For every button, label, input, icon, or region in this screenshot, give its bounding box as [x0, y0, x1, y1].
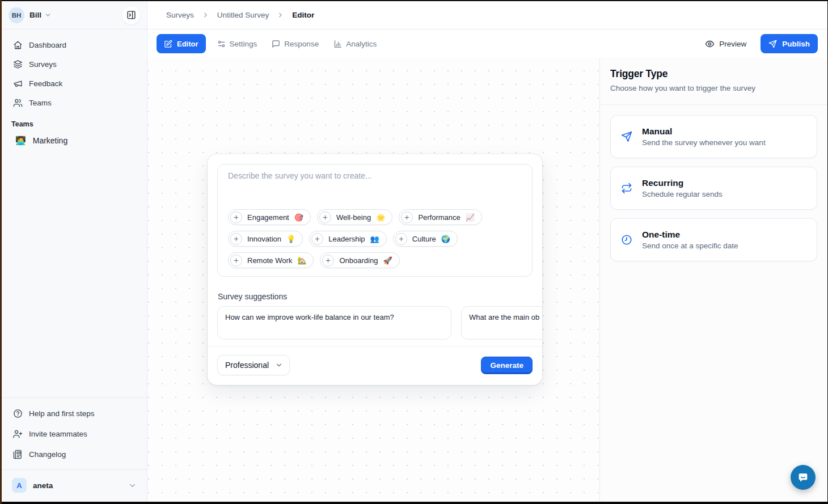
plus-icon [395, 233, 407, 245]
tone-selected-value: Professional [225, 361, 269, 370]
trigger-title: Recurring [642, 178, 723, 188]
megaphone-icon [13, 79, 23, 88]
chevron-right-icon [277, 11, 284, 19]
workspace-switcher[interactable]: BH Bill [2, 1, 147, 29]
account-name: aneta [33, 481, 53, 490]
workspace-avatar: BH [9, 7, 24, 23]
screenshot-frame: BH Bill Dashboard Surveys Feedback [0, 0, 828, 504]
trigger-description: Send the survey whenever you want [642, 138, 766, 147]
topic-chip-innovation[interactable]: Innovation💡 [228, 231, 303, 247]
preview-label: Preview [719, 40, 746, 48]
sidebar-item-surveys[interactable]: Surveys [9, 54, 140, 74]
topic-chip-onboarding[interactable]: Onboarding🚀 [320, 252, 399, 268]
chevron-down-icon [44, 11, 52, 19]
plus-icon [401, 211, 413, 223]
suggestion-card[interactable]: How can we improve work-life balance in … [217, 306, 451, 340]
tab-editor[interactable]: Editor [157, 34, 206, 53]
topic-chip-performance[interactable]: Performance📈 [399, 209, 482, 225]
chevron-down-icon [275, 361, 283, 369]
topic-chip-leadership[interactable]: Leadership👥 [309, 231, 387, 247]
topic-chip-well-being[interactable]: Well-being🌟 [317, 209, 392, 225]
suggestion-card[interactable]: What are the main ob [461, 306, 542, 340]
sidebar-item-label: Invite teammates [29, 430, 87, 438]
preview-button[interactable]: Preview [705, 39, 746, 49]
panel-title: Trigger Type [610, 68, 817, 80]
sidebar-item-changelog[interactable]: Changelog [9, 444, 140, 464]
prompt-box: Engagement🎯 Well-being🌟 Performance📈 [217, 164, 533, 277]
survey-description-input[interactable] [228, 171, 522, 209]
star-emoji-icon: 🌟 [376, 213, 385, 222]
trigger-title: Manual [642, 126, 766, 137]
editor-canvas[interactable]: Engagement🎯 Well-being🌟 Performance📈 [147, 58, 599, 502]
newspaper-icon [13, 450, 23, 459]
tab-settings[interactable]: Settings [214, 34, 261, 53]
sidebar-item-label: Changelog [29, 450, 66, 459]
house-emoji-icon: 🏡 [297, 256, 306, 265]
account-menu[interactable]: A aneta [9, 475, 140, 496]
sidebar-item-label: Surveys [29, 60, 57, 69]
survey-generator-card: Engagement🎯 Well-being🌟 Performance📈 [208, 154, 542, 385]
trigger-description: Send once at a specific date [642, 242, 738, 250]
help-circle-icon [13, 409, 23, 418]
trigger-option-text: One-time Send once at a specific date [642, 230, 738, 250]
suggestions-title: Survey suggestions [218, 292, 532, 301]
tone-select[interactable]: Professional [217, 355, 290, 375]
topic-chips: Engagement🎯 Well-being🌟 Performance📈 [228, 209, 522, 268]
sidebar-item-invite[interactable]: Invite teammates [9, 423, 140, 444]
account-avatar: A [12, 478, 27, 493]
bar-chart-icon [333, 40, 342, 48]
users-icon [13, 98, 23, 108]
breadcrumb-untitled-survey[interactable]: Untitled Survey [217, 11, 269, 19]
topic-chip-engagement[interactable]: Engagement🎯 [228, 209, 311, 225]
chip-label: Leadership [328, 235, 365, 243]
people-emoji-icon: 👥 [370, 235, 379, 243]
breadcrumb-editor: Editor [292, 11, 314, 19]
repeat-icon [621, 183, 632, 194]
technologist-emoji-icon: 🧑‍💻 [15, 135, 26, 146]
footer-divider [208, 346, 542, 347]
layers-icon [13, 60, 23, 69]
editor-toolbar: Editor Settings Response Analytics Previ… [147, 29, 827, 58]
chip-label: Culture [412, 235, 436, 243]
publish-button[interactable]: Publish [761, 34, 818, 53]
plus-icon [311, 233, 323, 245]
message-square-icon [272, 40, 280, 48]
sidebar-item-help[interactable]: Help and first steps [9, 403, 140, 423]
sidebar-item-dashboard[interactable]: Dashboard [9, 35, 140, 54]
workspace-name: Bill [29, 11, 41, 19]
send-icon [621, 131, 632, 142]
eye-icon [705, 39, 715, 49]
breadcrumb-surveys[interactable]: Surveys [166, 11, 194, 19]
sidebar-item-marketing[interactable]: 🧑‍💻 Marketing [9, 130, 140, 151]
plus-icon [230, 211, 242, 223]
tab-response[interactable]: Response [268, 34, 322, 53]
chat-launcher-button[interactable] [791, 465, 816, 490]
sidebar-item-label: Feedback [29, 79, 62, 88]
trigger-options: Manual Send the survey whenever you want… [600, 105, 827, 272]
plus-icon [319, 211, 331, 223]
tab-label: Settings [230, 40, 257, 48]
sidebar-item-teams[interactable]: Teams [9, 93, 140, 112]
teams-section-label: Teams [9, 120, 140, 128]
toolbar-actions: Preview Publish [705, 34, 818, 53]
chip-label: Engagement [247, 213, 289, 222]
topic-chip-culture[interactable]: Culture🌍 [393, 231, 458, 247]
trigger-description: Schedule regular sends [642, 190, 723, 198]
topic-chip-remote-work[interactable]: Remote Work🏡 [228, 252, 314, 268]
content-row: Engagement🎯 Well-being🌟 Performance📈 [147, 58, 827, 502]
chevron-down-icon [128, 481, 137, 490]
generate-button[interactable]: Generate [481, 357, 533, 374]
plus-icon [322, 255, 334, 266]
tab-analytics[interactable]: Analytics [330, 34, 380, 53]
trigger-option-one-time[interactable]: One-time Send once at a specific date [610, 218, 817, 261]
sidebar-footer-nav: Help and first steps Invite teammates Ch… [2, 397, 147, 469]
trigger-option-text: Manual Send the survey whenever you want [642, 126, 766, 147]
home-icon [13, 40, 23, 50]
bulb-emoji-icon: 💡 [286, 235, 295, 243]
publish-label: Publish [782, 40, 810, 48]
trigger-option-recurring[interactable]: Recurring Schedule regular sends [610, 167, 817, 210]
chip-label: Well-being [336, 213, 371, 222]
sidebar-item-feedback[interactable]: Feedback [9, 74, 140, 93]
trigger-option-manual[interactable]: Manual Send the survey whenever you want [610, 115, 817, 158]
sidebar-collapse-button[interactable] [122, 6, 140, 24]
